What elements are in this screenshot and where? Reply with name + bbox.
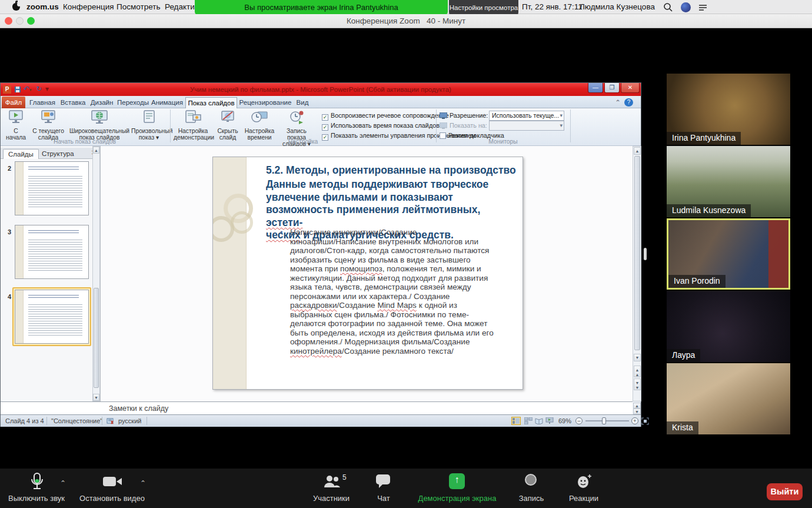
- apple-menu-icon[interactable]: [12, 3, 20, 11]
- notes-scroll-down-icon[interactable]: ▼: [633, 409, 641, 414]
- next-slide-button[interactable]: ▼▼: [634, 378, 641, 390]
- play-narrations-checkbox[interactable]: ✓Воспроизвести речевое сопровождение: [322, 112, 449, 121]
- ppt-maximize-button[interactable]: ❐: [604, 83, 620, 93]
- tab-design[interactable]: Дизайн: [88, 97, 116, 108]
- tab-slideshow[interactable]: Показ слайдов: [185, 97, 237, 108]
- previous-slide-button[interactable]: ▲▲: [634, 366, 641, 377]
- hide-slide-button[interactable]: Скрыть слайд: [214, 109, 242, 141]
- mute-options-caret[interactable]: ⌃: [60, 479, 66, 487]
- ppt-minimize-button[interactable]: —: [588, 83, 603, 93]
- video-tile-laura[interactable]: Лаура: [667, 291, 790, 362]
- notification-center-icon[interactable]: [698, 2, 708, 12]
- slide-sorter-view-button[interactable]: [524, 417, 533, 424]
- slide-thumbnail-2[interactable]: [15, 161, 89, 215]
- save-icon[interactable]: [14, 86, 21, 93]
- participant-name: Ivan Porodin: [668, 275, 726, 288]
- resolution-dropdown[interactable]: Использовать текуще...: [489, 111, 564, 121]
- language-indicator[interactable]: русский: [118, 415, 141, 427]
- slide-canvas[interactable]: 5.2. Методы, ориентированные на производ…: [212, 157, 523, 390]
- participants-button[interactable]: Участники: [311, 494, 352, 503]
- notes-area[interactable]: Заметки к слайду: [1, 401, 633, 414]
- panel-resize-handle[interactable]: [644, 248, 647, 260]
- video-options-caret[interactable]: ⌃: [140, 479, 146, 487]
- camera-icon[interactable]: [103, 476, 123, 487]
- ribbon: С начала С текущего слайда Широковещател…: [1, 108, 641, 146]
- menu-conference[interactable]: Конференция: [63, 0, 114, 14]
- tab-transitions[interactable]: Переходы: [116, 97, 150, 108]
- screen: zoom.us Конференция Посмотреть Редактир …: [0, 0, 812, 508]
- scroll-down-icon[interactable]: ▼: [634, 354, 641, 361]
- zoom-slider-track[interactable]: [585, 420, 629, 421]
- mute-button[interactable]: Выключить звук: [5, 494, 68, 503]
- workspace-scrollbar[interactable]: ▲ ▼ ▲▲ ▼▼: [633, 146, 641, 401]
- record-button[interactable]: Запись: [517, 494, 546, 503]
- share-screen-button[interactable]: Демонстрация экрана: [415, 494, 499, 503]
- broadcast-slideshow-button[interactable]: Широковещательный показ слайдов: [69, 109, 130, 141]
- tab-file[interactable]: Файл: [2, 97, 25, 108]
- video-tile-krista[interactable]: Krista: [667, 363, 790, 434]
- participants-icon[interactable]: [323, 474, 341, 489]
- reactions-icon[interactable]: [577, 473, 593, 489]
- menu-edit[interactable]: Редактир: [165, 0, 199, 14]
- tab-outline[interactable]: Структура: [37, 149, 79, 159]
- pane-scrollbar[interactable]: ▲ ▼: [92, 146, 100, 401]
- help-icon[interactable]: ?: [624, 98, 633, 107]
- setup-slideshow-button[interactable]: Настройка демонстрации: [174, 109, 212, 141]
- zoom-out-button[interactable]: –: [575, 417, 583, 424]
- undo-icon[interactable]: ↶▾: [24, 85, 32, 93]
- group-label-setup: Настройка: [174, 138, 432, 145]
- spellcheck-icon[interactable]: [107, 417, 115, 425]
- pane-scrollbar-thumb[interactable]: [94, 288, 99, 388]
- tab-slides[interactable]: Слайды: [3, 149, 39, 159]
- microphone-icon[interactable]: [29, 472, 45, 491]
- video-tile-ludmila[interactable]: Ludmila Kusnezowa: [667, 146, 790, 217]
- workspace-scrollbar-thumb[interactable]: [634, 156, 640, 350]
- notes-scroll-up-icon[interactable]: ▲: [633, 403, 641, 409]
- share-screen-icon[interactable]: ↑: [449, 473, 465, 489]
- slide-body-text: Написание кинокритики/Созданиекиноафиши/…: [290, 228, 520, 356]
- decorative-ring: [231, 211, 253, 234]
- chat-button[interactable]: Чат: [373, 494, 394, 503]
- tab-insert[interactable]: Вставка: [58, 97, 88, 108]
- tab-review[interactable]: Рецензирование: [238, 97, 292, 108]
- normal-view-button[interactable]: [511, 417, 521, 425]
- rehearse-timings-button[interactable]: Настройка времени: [243, 109, 276, 141]
- zoom-slider-thumb[interactable]: [602, 417, 606, 424]
- start-from-beginning-icon: [7, 109, 25, 125]
- slide-thumbnail-4-selected[interactable]: [12, 287, 91, 346]
- scroll-up-icon[interactable]: ▲: [93, 147, 99, 154]
- ppt-close-button[interactable]: ✕: [621, 83, 640, 93]
- assistant-icon[interactable]: [681, 2, 691, 12]
- menubar-user[interactable]: Людмила Кузнецова: [580, 0, 655, 14]
- fit-to-window-button[interactable]: [641, 417, 649, 425]
- stop-video-button[interactable]: Остановить видео: [78, 494, 146, 503]
- menu-app-name[interactable]: zoom.us: [26, 0, 59, 14]
- start-from-current-slide-button[interactable]: С текущего слайда: [30, 109, 66, 141]
- video-tile-irina[interactable]: Irina Pantyukhina: [667, 74, 790, 145]
- menubar-clock[interactable]: Пт, 22 янв. 17:11: [522, 0, 583, 14]
- slideshow-view-button[interactable]: [545, 417, 554, 424]
- scroll-down-icon[interactable]: ▼: [93, 394, 99, 401]
- redo-icon[interactable]: ↻: [36, 85, 42, 93]
- search-icon[interactable]: [663, 2, 673, 12]
- tab-home[interactable]: Главная: [26, 97, 58, 108]
- menu-view[interactable]: Посмотреть: [117, 0, 160, 14]
- custom-slideshow-button[interactable]: Произвольный показ ▾: [131, 109, 167, 141]
- chat-icon[interactable]: [376, 474, 391, 489]
- qat-customize-icon[interactable]: ▾: [45, 85, 49, 93]
- slide-thumbnail-3[interactable]: [15, 225, 89, 279]
- zoom-in-button[interactable]: +: [631, 417, 638, 424]
- video-tile-ivan-active-speaker[interactable]: Ivan Porodin: [667, 218, 790, 290]
- collapse-ribbon-icon[interactable]: ⌃: [614, 97, 622, 108]
- zoom-percentage[interactable]: 69%: [558, 415, 571, 427]
- scroll-up-icon[interactable]: ▲: [634, 147, 641, 155]
- start-from-beginning-button[interactable]: С начала: [3, 109, 29, 141]
- use-timings-checkbox[interactable]: ✓Использовать время показа слайдов: [322, 122, 440, 131]
- leave-meeting-button[interactable]: Выйти: [767, 483, 803, 500]
- record-icon[interactable]: [525, 474, 537, 486]
- reading-view-button[interactable]: [535, 417, 543, 424]
- tab-view[interactable]: Вид: [292, 97, 312, 108]
- tab-animations[interactable]: Анимация: [150, 97, 184, 108]
- reactions-button[interactable]: Реакции: [566, 494, 601, 503]
- undo-dropdown-icon[interactable]: ▾: [29, 88, 32, 92]
